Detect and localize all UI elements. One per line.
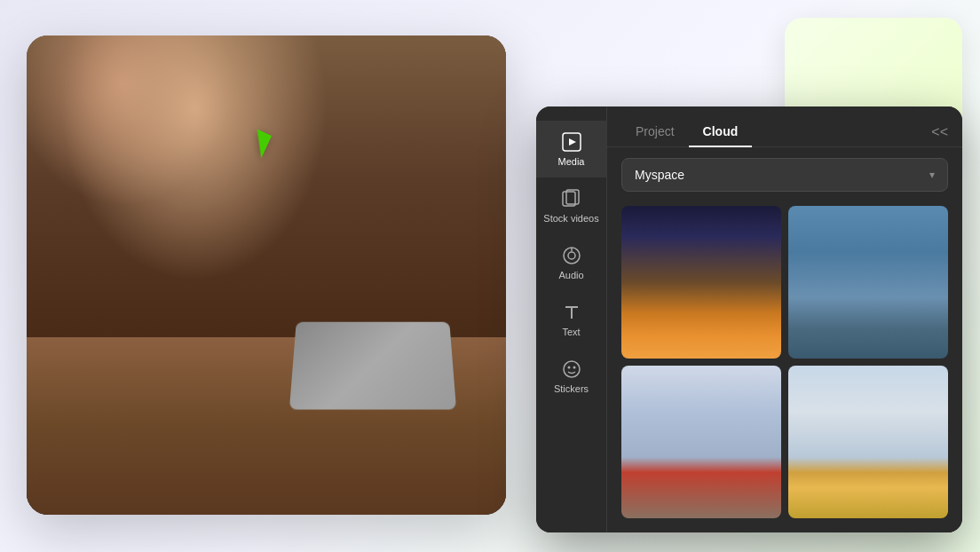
sidebar-item-stock-videos[interactable]: Stock videos <box>536 177 606 234</box>
text-icon <box>561 302 582 323</box>
sidebar-item-audio[interactable]: Audio <box>536 234 606 291</box>
svg-point-5 <box>568 252 575 259</box>
media-icon <box>561 131 582 153</box>
collapse-button[interactable]: << <box>931 124 948 140</box>
tab-project[interactable]: Project <box>621 117 689 147</box>
media-thumb-4[interactable] <box>788 366 948 518</box>
cloud-source-dropdown[interactable]: Myspace ▾ <box>621 158 948 192</box>
sidebar-media-label: Media <box>558 156 585 167</box>
app-panel: Media Stock videos <box>536 106 962 532</box>
tab-bar: Project Cloud << <box>607 106 962 147</box>
svg-point-11 <box>573 367 575 369</box>
photo-placeholder <box>27 35 506 515</box>
dropdown-value: Myspace <box>635 168 684 182</box>
sidebar-item-media[interactable]: Media <box>536 121 606 177</box>
tabs: Project Cloud <box>621 117 752 146</box>
chevron-down-icon: ▾ <box>929 169 935 181</box>
svg-point-10 <box>567 367 570 369</box>
audio-icon <box>561 245 582 266</box>
sidebar-stickers-label: Stickers <box>554 383 589 394</box>
sidebar-text-label: Text <box>562 327 580 337</box>
background-photo-card <box>27 35 506 515</box>
media-thumb-1[interactable] <box>621 206 781 359</box>
media-thumb-3[interactable] <box>621 366 781 518</box>
sidebar-audio-label: Audio <box>558 270 583 280</box>
tab-cloud[interactable]: Cloud <box>689 117 753 147</box>
sidebar: Media Stock videos <box>536 106 607 532</box>
svg-marker-1 <box>569 138 576 146</box>
sidebar-stock-videos-label: Stock videos <box>543 213 598 224</box>
scene: Media Stock videos <box>0 0 980 552</box>
sidebar-item-text[interactable]: Text <box>536 291 606 348</box>
dropdown-container: Myspace ▾ <box>607 147 962 199</box>
stickers-icon <box>561 359 582 380</box>
main-content: Project Cloud << Myspace ▾ <box>607 106 962 532</box>
media-grid <box>607 199 962 532</box>
stock-videos-icon <box>561 188 582 209</box>
sidebar-item-stickers[interactable]: Stickers <box>536 348 606 405</box>
svg-point-9 <box>564 361 580 377</box>
media-thumb-2[interactable] <box>788 206 948 359</box>
